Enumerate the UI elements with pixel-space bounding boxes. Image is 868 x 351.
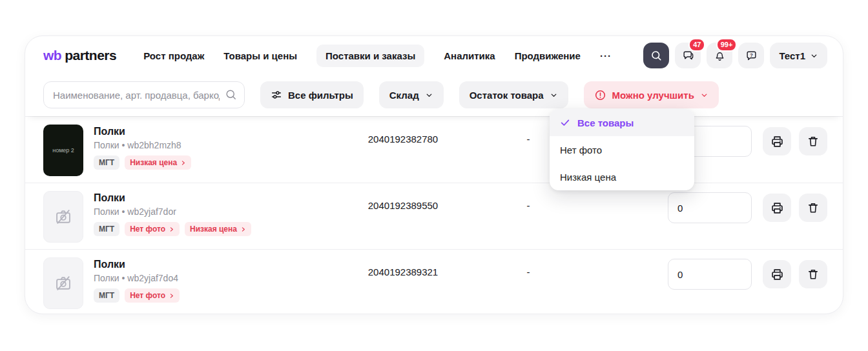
dropdown-item-label: Низкая цена bbox=[560, 172, 616, 183]
warehouse-filter-button[interactable]: Склад bbox=[379, 81, 444, 108]
nav-item-analytics[interactable]: Аналитика bbox=[444, 45, 495, 67]
products-table: номер 2 Полки Полки • wb2bh2mzh8 МГТ Низ… bbox=[25, 116, 843, 314]
main-card: wbpartners Рост продаж Товары и цены Пос… bbox=[25, 35, 843, 314]
chevron-right-icon bbox=[169, 293, 174, 299]
product-barcode: 2040192382780 bbox=[345, 134, 461, 145]
dropdown-item-label: Нет фото bbox=[560, 145, 602, 155]
no-photo-icon bbox=[54, 208, 72, 226]
notifications-badge: 99+ bbox=[716, 38, 738, 52]
help-icon: ? bbox=[745, 50, 758, 62]
search-button[interactable] bbox=[643, 43, 669, 68]
improve-filter-label: Можно улучшить bbox=[612, 90, 694, 101]
tag-low-price[interactable]: Низкая цена bbox=[125, 155, 191, 170]
header-actions: 47 99+ ? Тест1 bbox=[643, 43, 827, 68]
tag-low-price[interactable]: Низкая цена bbox=[185, 222, 251, 236]
chevron-right-icon bbox=[180, 160, 186, 166]
svg-text:?: ? bbox=[750, 52, 753, 57]
tag-mgt: МГТ bbox=[94, 288, 119, 303]
dropdown-item-no-photo[interactable]: Нет фото bbox=[550, 136, 694, 163]
page-background: wbpartners Рост продаж Товары и цены Пос… bbox=[0, 0, 868, 351]
table-row: Полки Полки • wb2yjaf7dor МГТ Нет фото Н… bbox=[25, 183, 843, 249]
stock-filter-label: Остаток товара bbox=[470, 90, 544, 101]
product-search-input[interactable] bbox=[43, 81, 245, 108]
product-info: Полки Полки • wb2bh2mzh8 МГТ Низкая цена bbox=[94, 125, 191, 170]
search-icon bbox=[225, 88, 237, 101]
nav-item-goods-prices[interactable]: Товары и цены bbox=[223, 45, 297, 67]
account-name: Тест1 bbox=[779, 50, 805, 61]
printer-icon bbox=[770, 201, 784, 215]
dropdown-item-low-price[interactable]: Низкая цена bbox=[550, 163, 694, 190]
warning-circle-icon bbox=[594, 89, 606, 101]
product-tags: МГТ Низкая цена bbox=[94, 155, 191, 170]
nav-more-button[interactable]: ··· bbox=[600, 45, 612, 67]
product-title: Полки bbox=[94, 126, 191, 137]
chevron-down-icon bbox=[810, 52, 818, 60]
filters-toolbar: Все фильтры Склад Остаток товара Можно у… bbox=[25, 75, 843, 116]
printer-icon bbox=[770, 135, 784, 148]
top-navigation: wbpartners Рост продаж Товары и цены Пос… bbox=[25, 36, 843, 75]
stock-value: - bbox=[522, 266, 535, 277]
account-menu-button[interactable]: Тест1 bbox=[770, 43, 827, 68]
chevron-down-icon bbox=[550, 91, 558, 99]
delete-button[interactable] bbox=[799, 194, 827, 222]
trash-icon bbox=[807, 135, 820, 148]
product-tags: МГТ Нет фото Низкая цена bbox=[94, 222, 251, 236]
product-search-box bbox=[43, 81, 245, 108]
sliders-icon bbox=[271, 89, 282, 101]
table-row: Полки Полки • wb2yjaf7do4 МГТ Нет фото 2… bbox=[25, 249, 843, 314]
stock-value: - bbox=[522, 134, 535, 145]
check-icon bbox=[560, 117, 570, 128]
thumbnail-caption: номер 2 bbox=[52, 147, 74, 154]
chat-button-wrap: 47 bbox=[675, 43, 701, 68]
stock-value: - bbox=[522, 200, 535, 211]
print-button[interactable] bbox=[763, 194, 791, 222]
tag-mgt: МГТ bbox=[94, 155, 119, 170]
nav-item-sales-growth[interactable]: Рост продаж bbox=[143, 45, 204, 67]
dropdown-item-label: Все товары bbox=[577, 117, 634, 128]
tag-mgt: МГТ bbox=[94, 222, 119, 236]
product-thumbnail: номер 2 bbox=[43, 125, 83, 176]
delete-button[interactable] bbox=[799, 260, 827, 288]
trash-icon bbox=[807, 268, 820, 281]
main-nav: Рост продаж Товары и цены Поставки и зак… bbox=[143, 45, 612, 67]
logo-partners: partners bbox=[65, 48, 116, 63]
product-subtitle: Полки • wb2yjaf7do4 bbox=[94, 273, 180, 283]
improve-filter-button[interactable]: Можно улучшить bbox=[584, 81, 719, 108]
product-barcode: 2040192389321 bbox=[345, 266, 461, 277]
product-thumbnail-placeholder bbox=[43, 257, 83, 309]
stock-filter-button[interactable]: Остаток товара bbox=[459, 81, 568, 108]
print-button[interactable] bbox=[763, 127, 791, 155]
table-row: номер 2 Полки Полки • wb2bh2mzh8 МГТ Низ… bbox=[25, 116, 843, 183]
product-info: Полки Полки • wb2yjaf7do4 МГТ Нет фото bbox=[94, 257, 180, 303]
logo-wb: wb bbox=[43, 48, 61, 63]
chat-badge: 47 bbox=[688, 38, 705, 52]
chevron-down-icon bbox=[425, 91, 433, 99]
nav-item-supplies-orders[interactable]: Поставки и заказы bbox=[316, 45, 424, 67]
product-barcode: 2040192389550 bbox=[345, 200, 461, 211]
quantity-input[interactable] bbox=[668, 192, 752, 223]
nav-item-promotion[interactable]: Продвижение bbox=[515, 45, 581, 67]
product-info: Полки Полки • wb2yjaf7dor МГТ Нет фото Н… bbox=[94, 191, 251, 236]
product-title: Полки bbox=[94, 259, 180, 270]
product-title: Полки bbox=[94, 192, 251, 204]
search-icon bbox=[650, 50, 662, 61]
chevron-down-icon bbox=[700, 91, 708, 99]
tag-no-photo[interactable]: Нет фото bbox=[125, 288, 180, 303]
dropdown-item-all-goods[interactable]: Все товары bbox=[550, 109, 694, 136]
chevron-right-icon bbox=[240, 226, 246, 232]
all-filters-button[interactable]: Все фильтры bbox=[260, 81, 364, 108]
row-controls bbox=[668, 192, 827, 223]
no-photo-icon bbox=[54, 274, 72, 292]
help-button[interactable]: ? bbox=[738, 43, 764, 68]
wb-partners-logo: wbpartners bbox=[43, 48, 116, 63]
print-button[interactable] bbox=[763, 260, 791, 288]
chevron-right-icon bbox=[169, 226, 174, 232]
trash-icon bbox=[807, 201, 820, 214]
row-controls bbox=[668, 259, 827, 290]
delete-button[interactable] bbox=[799, 127, 827, 155]
product-thumbnail-placeholder bbox=[43, 191, 83, 243]
notifications-button-wrap: 99+ bbox=[707, 43, 732, 68]
quantity-input[interactable] bbox=[668, 259, 752, 290]
tag-no-photo[interactable]: Нет фото bbox=[125, 222, 180, 236]
all-filters-label: Все фильтры bbox=[288, 90, 353, 101]
